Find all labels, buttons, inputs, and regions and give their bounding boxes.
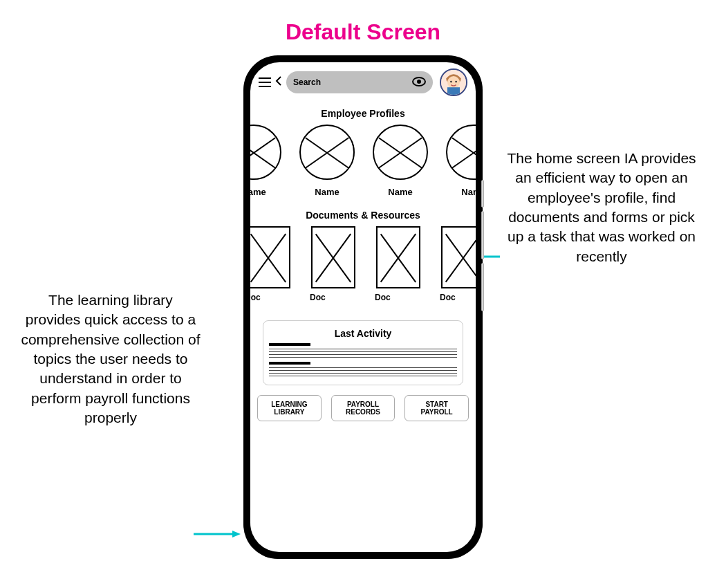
back-icon[interactable]: [275, 76, 282, 89]
hamburger-icon[interactable]: [259, 77, 271, 87]
annotation-right: The home screen IA provides an efficient…: [505, 149, 698, 266]
profile-label: Name: [250, 187, 266, 197]
svg-point-10: [455, 81, 457, 83]
last-activity-section: Last Activity: [250, 320, 476, 385]
image-placeholder-icon: [250, 125, 281, 180]
document-item[interactable]: Doc: [250, 226, 293, 302]
profile-label: Name: [315, 187, 339, 197]
profile-item[interactable]: Name: [297, 125, 357, 197]
section-title: Documents & Resources: [256, 210, 470, 221]
document-item[interactable]: Doc: [373, 226, 423, 302]
documents-row[interactable]: Doc Doc Doc Doc: [250, 226, 470, 302]
image-placeholder-icon: [311, 226, 355, 288]
phone-side-button: [481, 211, 484, 259]
search-placeholder: Search: [293, 77, 321, 87]
svg-point-5: [417, 80, 421, 84]
page-title: Default Screen: [0, 19, 726, 45]
arrow-icon: [194, 529, 241, 537]
profile-label: Name: [461, 187, 476, 197]
profile-item[interactable]: Name: [250, 125, 283, 197]
profiles-row[interactable]: Name Name Name Name: [250, 125, 470, 197]
document-label: Doc: [375, 293, 391, 302]
footer-buttons: LEARNING LIBRARY PAYROLL RECORDS START P…: [250, 385, 476, 434]
start-payroll-button[interactable]: START PAYROLL: [404, 395, 469, 421]
avatar[interactable]: [440, 68, 467, 96]
topbar: Search: [250, 62, 476, 95]
document-item[interactable]: Doc: [438, 226, 476, 302]
svg-point-9: [450, 81, 452, 83]
document-label: Doc: [440, 293, 456, 302]
image-placeholder-icon: [441, 226, 476, 288]
image-placeholder-icon: [373, 125, 428, 180]
employee-profiles-section: Employee Profiles Name Name Name: [250, 108, 476, 197]
learning-library-button[interactable]: LEARNING LIBRARY: [257, 395, 322, 421]
documents-section: Documents & Resources Doc Doc Doc: [250, 210, 476, 302]
image-placeholder-icon: [376, 226, 420, 288]
section-title: Last Activity: [269, 328, 457, 339]
payroll-records-button[interactable]: PAYROLL RECORDS: [331, 395, 395, 421]
profile-item[interactable]: Name: [371, 125, 430, 197]
svg-point-7: [447, 76, 460, 89]
image-placeholder-icon: [250, 226, 290, 288]
phone-side-button: [481, 263, 484, 311]
document-item[interactable]: Doc: [308, 226, 358, 302]
activity-item[interactable]: [269, 343, 457, 358]
profile-label: Name: [388, 187, 412, 197]
last-activity-card[interactable]: Last Activity: [263, 320, 463, 385]
phone-side-button: [481, 180, 484, 208]
annotation-left: The learning library provides quick acce…: [21, 291, 201, 428]
phone-frame: Search Employee: [243, 55, 483, 559]
eye-icon[interactable]: [412, 77, 426, 89]
image-placeholder-icon: [299, 125, 355, 180]
svg-marker-3: [232, 531, 241, 538]
document-label: Doc: [250, 293, 261, 302]
svg-rect-8: [447, 87, 460, 95]
document-label: Doc: [310, 293, 326, 302]
profile-item[interactable]: Name: [444, 125, 476, 197]
activity-item[interactable]: [269, 362, 457, 376]
phone-screen: Search Employee: [250, 62, 476, 552]
section-title: Employee Profiles: [256, 108, 470, 119]
search-input[interactable]: Search: [286, 71, 433, 93]
image-placeholder-icon: [446, 125, 476, 180]
